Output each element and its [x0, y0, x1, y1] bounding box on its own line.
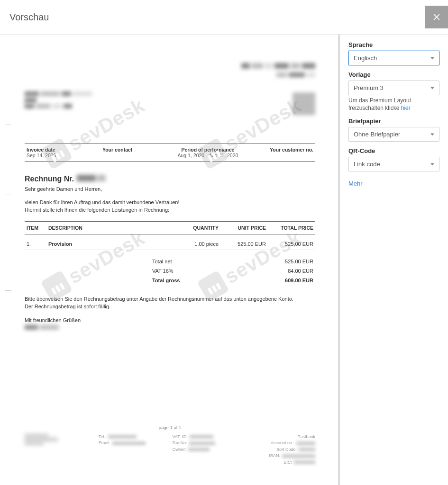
closing: Mit freundlichen Grüßen [25, 317, 315, 331]
contact-label: Your contact [102, 147, 162, 153]
table-row: 1. Provision 1.00 piece 525.00 EUR 525.0… [25, 234, 315, 250]
col-total: TOTAL PRICE [268, 222, 315, 234]
total-net-value: 525.00 EUR [247, 259, 313, 264]
company-block [241, 63, 315, 120]
total-vat-label: VAT 16% [152, 268, 247, 274]
stationery-label: Briefpapier [348, 117, 439, 125]
customer-no-label: Your customer no. [254, 147, 313, 153]
qrcode-label: QR-Code [348, 147, 439, 154]
template-select[interactable]: Premium 3 [348, 81, 439, 95]
template-label: Vorlage [348, 71, 439, 78]
language-select[interactable]: Englisch [348, 51, 439, 65]
modal-header: Vorschau [0, 0, 448, 35]
intro-line-1: vielen Dank für Ihren Auftrag und das da… [25, 199, 315, 205]
modal-title: Vorschau [9, 12, 49, 23]
close-icon [432, 12, 441, 22]
period-label: Period of performance [165, 147, 250, 153]
items-table: ITEM DESCRIPTION QUANTITY UNIT PRICE TOT… [25, 221, 315, 250]
col-qty: QUANTITY [178, 222, 220, 234]
unlock-link[interactable]: hier [401, 105, 411, 111]
invoice-page: sevDesk sevDesk sevDesk sevDesk [6, 44, 334, 480]
intro-line-2: Hiermit stelle ich Ihnen die folgenden L… [25, 207, 315, 213]
total-gross-label: Total gross [152, 278, 247, 283]
totals: Total net 525.00 EUR VAT 16% 84.00 EUR T… [25, 257, 315, 285]
period-value: Aug 1, 2020 - Aug 31, 2020 [165, 153, 250, 158]
page-number: page 1 of 1 [25, 425, 315, 430]
template-hint: Um das Premium Layout freizuschalten kli… [348, 97, 439, 112]
page-footer: page 1 of 1 Tel.: Email: VAT.-ID: [25, 425, 315, 466]
total-net-label: Total net [152, 259, 247, 264]
info-bar: Invoice date Sep 14, 2020 Your contact P… [25, 144, 315, 162]
total-vat-value: 84.00 EUR [247, 268, 313, 274]
close-button[interactable] [425, 6, 448, 28]
preview-pane[interactable]: sevDesk sevDesk sevDesk sevDesk [0, 35, 340, 485]
sidebar: Sprache Englisch Vorlage Premium 3 Um da… [340, 35, 448, 485]
invoice-date-label: Invoice date [27, 147, 99, 153]
invoice-date-value: Sep 14, 2020 [27, 153, 99, 158]
col-item: ITEM [25, 222, 46, 234]
sender-block [25, 91, 105, 120]
more-link[interactable]: Mehr [348, 180, 363, 187]
invoice-title: Rechnung Nr. [25, 175, 315, 183]
stationery-select[interactable]: Ohne Briefpapier [348, 127, 439, 142]
total-gross-value: 609.00 EUR [247, 278, 313, 283]
payment-note: Bitte überweisen Sie den Rechnungsbetrag… [25, 296, 315, 311]
qr-code-preview [293, 92, 315, 115]
salutation: Sehr geehrte Damen und Herren, [25, 186, 315, 192]
qrcode-select[interactable]: Link code [348, 157, 439, 171]
col-desc: DESCRIPTION [46, 222, 178, 234]
col-unit: UNIT PRICE [220, 222, 268, 234]
language-label: Sprache [348, 41, 439, 48]
